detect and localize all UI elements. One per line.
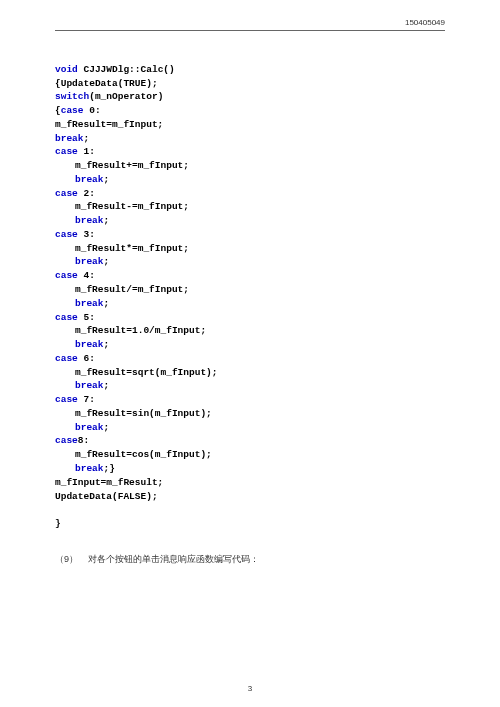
- code-text: ;: [104, 298, 110, 309]
- code-text: ;: [104, 339, 110, 350]
- kw-break: break: [75, 422, 104, 433]
- page-number: 3: [0, 684, 500, 693]
- kw-case: case: [55, 435, 78, 446]
- code-text: 7:: [78, 394, 95, 405]
- kw-case: case: [55, 394, 78, 405]
- code-text: ;: [104, 174, 110, 185]
- code-text: ;: [104, 422, 110, 433]
- kw-case: case: [61, 105, 84, 116]
- blank-line: [55, 504, 61, 515]
- kw-case: case: [55, 146, 78, 157]
- code-text: UpdateData(FALSE);: [55, 491, 158, 502]
- code-text: ;: [104, 380, 110, 391]
- code-text: m_fResult=sqrt(m_fInput);: [55, 366, 218, 380]
- code-text: ;: [104, 256, 110, 267]
- kw-case: case: [55, 270, 78, 281]
- kw-switch: switch: [55, 91, 89, 102]
- code-text: m_fResult-=m_fInput;: [55, 200, 189, 214]
- kw-void: void: [55, 64, 78, 75]
- kw-case: case: [55, 188, 78, 199]
- code-text: 1:: [78, 146, 95, 157]
- kw-break: break: [75, 380, 104, 391]
- code-text: CJJJWDlg::Calc(): [78, 64, 175, 75]
- code-text: ;: [104, 215, 110, 226]
- code-text: m_fResult*=m_fInput;: [55, 242, 189, 256]
- kw-break: break: [75, 256, 104, 267]
- kw-break: break: [75, 174, 104, 185]
- code-text: 8:: [78, 435, 89, 446]
- code-text: m_fResult+=m_fInput;: [55, 159, 189, 173]
- code-text: 5:: [78, 312, 95, 323]
- caption-number: （9）: [55, 554, 78, 564]
- caption: （9）对各个按钮的单击消息响应函数编写代码：: [55, 553, 445, 566]
- code-text: m_fResult=m_fInput;: [55, 119, 163, 130]
- code-text: m_fInput=m_fResult;: [55, 477, 163, 488]
- kw-break: break: [75, 298, 104, 309]
- code-text: ;: [84, 133, 90, 144]
- caption-text: 对各个按钮的单击消息响应函数编写代码：: [88, 554, 259, 564]
- code-text: 4:: [78, 270, 95, 281]
- code-text: 3:: [78, 229, 95, 240]
- code-text: 2:: [78, 188, 95, 199]
- kw-break: break: [75, 463, 104, 474]
- kw-case: case: [55, 229, 78, 240]
- code-block: void CJJJWDlg::Calc() {UpdateData(TRUE);…: [55, 49, 445, 531]
- code-text: ;}: [104, 463, 115, 474]
- code-text: }: [55, 518, 61, 529]
- code-text: m_fResult/=m_fInput;: [55, 283, 189, 297]
- code-text: 6:: [78, 353, 95, 364]
- code-text: {UpdateData(TRUE);: [55, 78, 158, 89]
- header-id: 150405049: [55, 18, 445, 31]
- code-text: m_fResult=sin(m_fInput);: [55, 407, 212, 421]
- code-text: 0:: [84, 105, 101, 116]
- code-text: m_fResult=1.0/m_fInput;: [55, 324, 206, 338]
- kw-break: break: [75, 339, 104, 350]
- kw-case: case: [55, 353, 78, 364]
- kw-case: case: [55, 312, 78, 323]
- code-text: m_fResult=cos(m_fInput);: [55, 448, 212, 462]
- code-text: (m_nOperator): [89, 91, 163, 102]
- kw-break: break: [55, 133, 84, 144]
- document-page: 150405049 void CJJJWDlg::Calc() {UpdateD…: [0, 0, 500, 707]
- kw-break: break: [75, 215, 104, 226]
